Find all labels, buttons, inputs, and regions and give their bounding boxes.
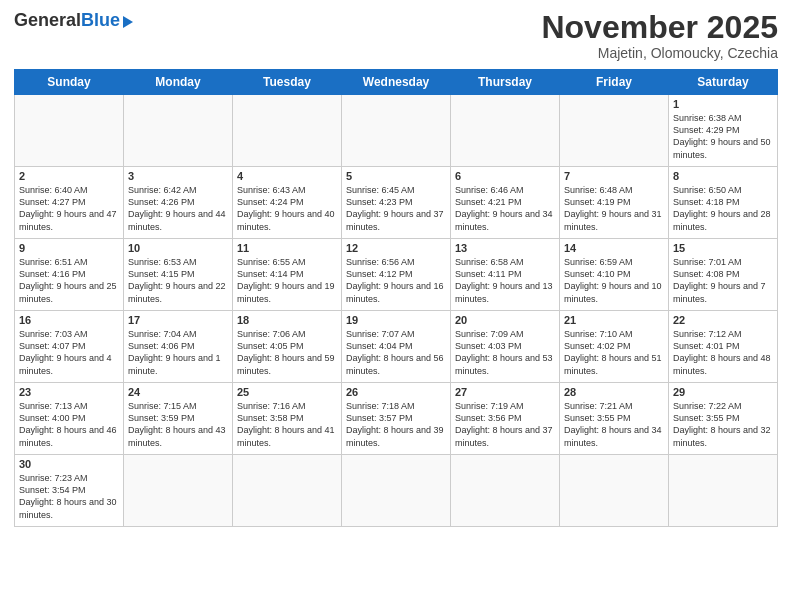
calendar-cell: 8Sunrise: 6:50 AM Sunset: 4:18 PM Daylig… [669, 167, 778, 239]
day-number: 25 [237, 386, 337, 398]
day-number: 28 [564, 386, 664, 398]
day-number: 5 [346, 170, 446, 182]
logo-blue-text: Blue [81, 10, 120, 31]
calendar-header-row: SundayMondayTuesdayWednesdayThursdayFrid… [15, 70, 778, 95]
cell-info: Sunrise: 6:59 AM Sunset: 4:10 PM Dayligh… [564, 256, 664, 305]
day-number: 21 [564, 314, 664, 326]
day-number: 10 [128, 242, 228, 254]
day-number: 23 [19, 386, 119, 398]
cell-info: Sunrise: 6:40 AM Sunset: 4:27 PM Dayligh… [19, 184, 119, 233]
logo: General Blue [14, 10, 133, 31]
page-header: General Blue November 2025 Majetin, Olom… [14, 10, 778, 61]
calendar-cell [15, 95, 124, 167]
calendar-cell: 4Sunrise: 6:43 AM Sunset: 4:24 PM Daylig… [233, 167, 342, 239]
day-number: 8 [673, 170, 773, 182]
cell-info: Sunrise: 6:38 AM Sunset: 4:29 PM Dayligh… [673, 112, 773, 161]
calendar-table: SundayMondayTuesdayWednesdayThursdayFrid… [14, 69, 778, 527]
cell-info: Sunrise: 6:58 AM Sunset: 4:11 PM Dayligh… [455, 256, 555, 305]
day-number: 11 [237, 242, 337, 254]
calendar-cell [124, 455, 233, 527]
cell-info: Sunrise: 7:06 AM Sunset: 4:05 PM Dayligh… [237, 328, 337, 377]
day-header-friday: Friday [560, 70, 669, 95]
day-number: 2 [19, 170, 119, 182]
calendar-cell [342, 95, 451, 167]
month-title: November 2025 [541, 10, 778, 45]
location-subtitle: Majetin, Olomoucky, Czechia [541, 45, 778, 61]
calendar-cell: 5Sunrise: 6:45 AM Sunset: 4:23 PM Daylig… [342, 167, 451, 239]
day-number: 24 [128, 386, 228, 398]
calendar-week-row: 23Sunrise: 7:13 AM Sunset: 4:00 PM Dayli… [15, 383, 778, 455]
day-number: 3 [128, 170, 228, 182]
day-number: 22 [673, 314, 773, 326]
calendar-cell: 25Sunrise: 7:16 AM Sunset: 3:58 PM Dayli… [233, 383, 342, 455]
calendar-cell [560, 95, 669, 167]
cell-info: Sunrise: 7:13 AM Sunset: 4:00 PM Dayligh… [19, 400, 119, 449]
cell-info: Sunrise: 7:16 AM Sunset: 3:58 PM Dayligh… [237, 400, 337, 449]
day-number: 29 [673, 386, 773, 398]
cell-info: Sunrise: 7:19 AM Sunset: 3:56 PM Dayligh… [455, 400, 555, 449]
day-number: 13 [455, 242, 555, 254]
cell-info: Sunrise: 6:51 AM Sunset: 4:16 PM Dayligh… [19, 256, 119, 305]
day-number: 20 [455, 314, 555, 326]
calendar-cell: 16Sunrise: 7:03 AM Sunset: 4:07 PM Dayli… [15, 311, 124, 383]
day-number: 17 [128, 314, 228, 326]
calendar-cell: 22Sunrise: 7:12 AM Sunset: 4:01 PM Dayli… [669, 311, 778, 383]
calendar-cell: 1Sunrise: 6:38 AM Sunset: 4:29 PM Daylig… [669, 95, 778, 167]
day-number: 30 [19, 458, 119, 470]
day-header-wednesday: Wednesday [342, 70, 451, 95]
cell-info: Sunrise: 6:43 AM Sunset: 4:24 PM Dayligh… [237, 184, 337, 233]
day-number: 6 [455, 170, 555, 182]
logo-general-text: General [14, 10, 81, 31]
title-block: November 2025 Majetin, Olomoucky, Czechi… [541, 10, 778, 61]
day-header-tuesday: Tuesday [233, 70, 342, 95]
calendar-cell: 27Sunrise: 7:19 AM Sunset: 3:56 PM Dayli… [451, 383, 560, 455]
cell-info: Sunrise: 6:42 AM Sunset: 4:26 PM Dayligh… [128, 184, 228, 233]
day-number: 27 [455, 386, 555, 398]
calendar-cell: 23Sunrise: 7:13 AM Sunset: 4:00 PM Dayli… [15, 383, 124, 455]
calendar-cell: 7Sunrise: 6:48 AM Sunset: 4:19 PM Daylig… [560, 167, 669, 239]
calendar-cell: 14Sunrise: 6:59 AM Sunset: 4:10 PM Dayli… [560, 239, 669, 311]
cell-info: Sunrise: 6:56 AM Sunset: 4:12 PM Dayligh… [346, 256, 446, 305]
day-header-monday: Monday [124, 70, 233, 95]
calendar-cell: 6Sunrise: 6:46 AM Sunset: 4:21 PM Daylig… [451, 167, 560, 239]
day-number: 4 [237, 170, 337, 182]
calendar-cell: 30Sunrise: 7:23 AM Sunset: 3:54 PM Dayli… [15, 455, 124, 527]
day-number: 15 [673, 242, 773, 254]
day-header-saturday: Saturday [669, 70, 778, 95]
calendar-week-row: 2Sunrise: 6:40 AM Sunset: 4:27 PM Daylig… [15, 167, 778, 239]
cell-info: Sunrise: 7:12 AM Sunset: 4:01 PM Dayligh… [673, 328, 773, 377]
calendar-cell [342, 455, 451, 527]
cell-info: Sunrise: 6:53 AM Sunset: 4:15 PM Dayligh… [128, 256, 228, 305]
cell-info: Sunrise: 7:22 AM Sunset: 3:55 PM Dayligh… [673, 400, 773, 449]
calendar-week-row: 16Sunrise: 7:03 AM Sunset: 4:07 PM Dayli… [15, 311, 778, 383]
calendar-cell: 9Sunrise: 6:51 AM Sunset: 4:16 PM Daylig… [15, 239, 124, 311]
cell-info: Sunrise: 7:01 AM Sunset: 4:08 PM Dayligh… [673, 256, 773, 305]
calendar-cell [560, 455, 669, 527]
day-number: 7 [564, 170, 664, 182]
day-number: 19 [346, 314, 446, 326]
calendar-week-row: 9Sunrise: 6:51 AM Sunset: 4:16 PM Daylig… [15, 239, 778, 311]
cell-info: Sunrise: 7:18 AM Sunset: 3:57 PM Dayligh… [346, 400, 446, 449]
calendar-cell: 15Sunrise: 7:01 AM Sunset: 4:08 PM Dayli… [669, 239, 778, 311]
cell-info: Sunrise: 6:48 AM Sunset: 4:19 PM Dayligh… [564, 184, 664, 233]
calendar-cell: 13Sunrise: 6:58 AM Sunset: 4:11 PM Dayli… [451, 239, 560, 311]
day-number: 16 [19, 314, 119, 326]
calendar-cell: 19Sunrise: 7:07 AM Sunset: 4:04 PM Dayli… [342, 311, 451, 383]
calendar-cell [669, 455, 778, 527]
calendar-week-row: 30Sunrise: 7:23 AM Sunset: 3:54 PM Dayli… [15, 455, 778, 527]
cell-info: Sunrise: 6:46 AM Sunset: 4:21 PM Dayligh… [455, 184, 555, 233]
cell-info: Sunrise: 7:15 AM Sunset: 3:59 PM Dayligh… [128, 400, 228, 449]
cell-info: Sunrise: 6:50 AM Sunset: 4:18 PM Dayligh… [673, 184, 773, 233]
calendar-cell: 26Sunrise: 7:18 AM Sunset: 3:57 PM Dayli… [342, 383, 451, 455]
calendar-cell: 10Sunrise: 6:53 AM Sunset: 4:15 PM Dayli… [124, 239, 233, 311]
calendar-cell: 17Sunrise: 7:04 AM Sunset: 4:06 PM Dayli… [124, 311, 233, 383]
cell-info: Sunrise: 7:04 AM Sunset: 4:06 PM Dayligh… [128, 328, 228, 377]
calendar-cell: 29Sunrise: 7:22 AM Sunset: 3:55 PM Dayli… [669, 383, 778, 455]
calendar-cell: 28Sunrise: 7:21 AM Sunset: 3:55 PM Dayli… [560, 383, 669, 455]
day-number: 12 [346, 242, 446, 254]
calendar-cell: 12Sunrise: 6:56 AM Sunset: 4:12 PM Dayli… [342, 239, 451, 311]
calendar-cell: 2Sunrise: 6:40 AM Sunset: 4:27 PM Daylig… [15, 167, 124, 239]
cell-info: Sunrise: 7:07 AM Sunset: 4:04 PM Dayligh… [346, 328, 446, 377]
cell-info: Sunrise: 7:03 AM Sunset: 4:07 PM Dayligh… [19, 328, 119, 377]
calendar-cell: 3Sunrise: 6:42 AM Sunset: 4:26 PM Daylig… [124, 167, 233, 239]
